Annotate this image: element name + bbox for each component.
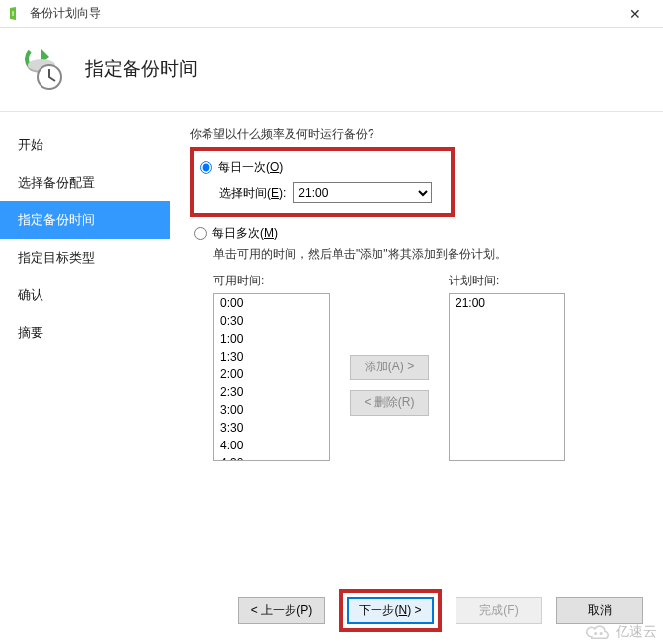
once-daily-radio-row[interactable]: 每日一次(O): [200, 159, 441, 176]
list-item[interactable]: 1:30: [214, 348, 329, 365]
time-select-row: 选择时间(E): 21:00: [200, 182, 441, 203]
wizard-header: 指定备份时间: [0, 28, 663, 112]
sidebar-item-summary[interactable]: 摘要: [0, 314, 170, 352]
list-item[interactable]: 4:00: [214, 437, 329, 454]
remove-button[interactable]: < 删除(R): [350, 390, 429, 416]
wizard-icon: [8, 6, 24, 22]
watermark-text: 亿速云: [616, 623, 657, 641]
multi-daily-label: 每日多次(M): [212, 225, 278, 242]
watermark: 亿速云: [584, 622, 657, 642]
wizard-footer: < 上一步(P) 下一步(N) > 完成(F) 取消: [238, 589, 643, 632]
multi-daily-radio-row[interactable]: 每日多次(M): [194, 225, 643, 242]
wizard-body: 开始 选择备份配置 指定备份时间 指定目标类型 确认 摘要 你希望以什么频率及何…: [0, 112, 663, 551]
list-item[interactable]: 1:00: [214, 330, 329, 348]
lists-area: 可用时间: 0:00 0:30 1:00 1:30 2:00 2:30 3:00…: [190, 273, 643, 461]
once-daily-group: 每日一次(O) 选择时间(E): 21:00: [190, 147, 455, 217]
list-item[interactable]: 4:30: [214, 454, 329, 461]
sidebar-item-time[interactable]: 指定备份时间: [0, 201, 170, 239]
backup-time-icon: [20, 45, 67, 93]
svg-point-3: [594, 632, 597, 635]
transfer-buttons: 添加(A) > < 删除(R): [350, 273, 429, 461]
sidebar-item-config[interactable]: 选择备份配置: [0, 164, 170, 201]
multi-daily-radio[interactable]: [194, 227, 207, 240]
close-button[interactable]: ✕: [616, 6, 655, 22]
sidebar-item-confirm[interactable]: 确认: [0, 277, 170, 314]
sidebar: 开始 选择备份配置 指定备份时间 指定目标类型 确认 摘要: [0, 112, 170, 551]
sidebar-item-target[interactable]: 指定目标类型: [0, 239, 170, 277]
once-daily-label: 每日一次(O): [218, 159, 283, 176]
multi-hint: 单击可用的时间，然后单击"添加"将其添加到备份计划。: [190, 246, 643, 263]
list-item[interactable]: 3:00: [214, 401, 329, 419]
cancel-button[interactable]: 取消: [556, 597, 643, 624]
scheduled-listbox[interactable]: 21:00: [449, 293, 565, 461]
scheduled-col: 计划时间: 21:00: [449, 273, 565, 461]
finish-button: 完成(F): [456, 597, 542, 624]
sidebar-item-start[interactable]: 开始: [0, 126, 170, 164]
available-listbox[interactable]: 0:00 0:30 1:00 1:30 2:00 2:30 3:00 3:30 …: [213, 293, 330, 461]
page-title: 指定备份时间: [85, 56, 198, 82]
list-item[interactable]: 21:00: [450, 294, 564, 312]
next-button[interactable]: 下一步(N) >: [347, 597, 434, 624]
time-select[interactable]: 21:00: [293, 182, 432, 203]
available-label: 可用时间:: [213, 273, 330, 289]
titlebar: 备份计划向导 ✕: [0, 0, 663, 28]
once-daily-radio[interactable]: [200, 161, 212, 174]
window-title: 备份计划向导: [30, 5, 616, 22]
add-button[interactable]: 添加(A) >: [350, 355, 429, 380]
cloud-icon: [584, 622, 612, 642]
next-highlight: 下一步(N) >: [339, 589, 442, 632]
list-item[interactable]: 3:30: [214, 419, 329, 437]
time-select-label: 选择时间(E):: [219, 185, 286, 201]
content-panel: 你希望以什么频率及何时运行备份? 每日一次(O) 选择时间(E): 21:00 …: [170, 112, 663, 551]
prev-button[interactable]: < 上一步(P): [238, 597, 325, 624]
list-item[interactable]: 2:30: [214, 383, 329, 401]
list-item[interactable]: 0:30: [214, 312, 329, 330]
list-item[interactable]: 0:00: [214, 294, 329, 312]
prompt-text: 你希望以什么频率及何时运行备份?: [190, 126, 643, 143]
svg-point-4: [600, 632, 603, 635]
available-col: 可用时间: 0:00 0:30 1:00 1:30 2:00 2:30 3:00…: [213, 273, 330, 461]
scheduled-label: 计划时间:: [449, 273, 565, 289]
list-item[interactable]: 2:00: [214, 365, 329, 383]
